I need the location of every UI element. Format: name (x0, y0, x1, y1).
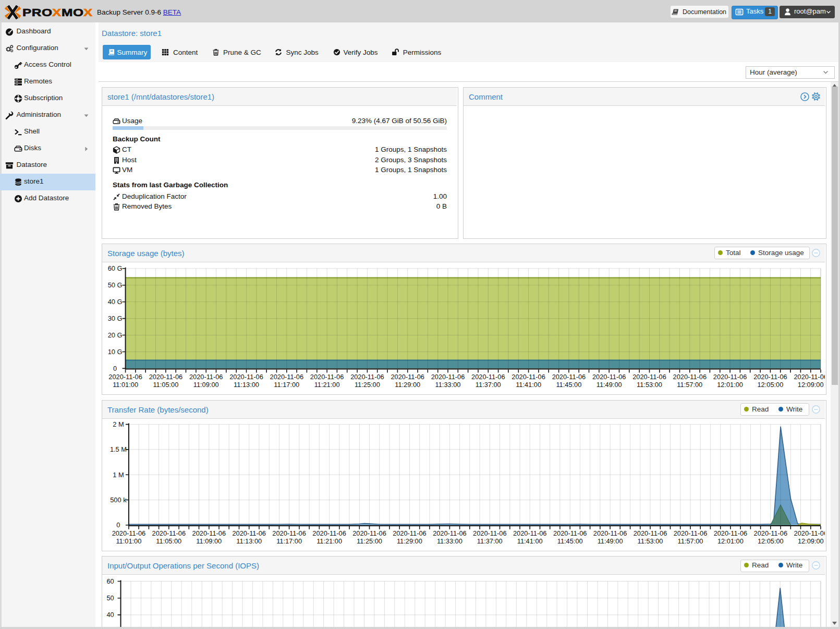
svg-text:12:09:00: 12:09:00 (798, 381, 824, 389)
svg-text:2020-11-06: 2020-11-06 (108, 373, 142, 381)
svg-text:11:37:00: 11:37:00 (477, 537, 503, 545)
svg-text:11:33:00: 11:33:00 (437, 537, 462, 545)
svg-text:40: 40 (106, 611, 114, 619)
svg-text:12:09:00: 12:09:00 (798, 537, 824, 545)
svg-text:500 k: 500 k (110, 496, 127, 504)
svg-text:11:05:00: 11:05:00 (156, 537, 181, 545)
svg-text:2020-11-06: 2020-11-06 (713, 373, 747, 381)
svg-text:11:21:00: 11:21:00 (314, 381, 340, 389)
svg-text:12:01:00: 12:01:00 (717, 381, 743, 389)
svg-text:2020-11-06: 2020-11-06 (272, 529, 306, 537)
svg-text:60 G: 60 G (108, 264, 123, 272)
svg-text:2020-11-06: 2020-11-06 (310, 373, 344, 381)
svg-text:0: 0 (113, 365, 117, 372)
svg-text:2020-11-06: 2020-11-06 (433, 529, 467, 537)
svg-text:11:05:00: 11:05:00 (153, 381, 178, 389)
svg-text:11:49:00: 11:49:00 (596, 381, 622, 389)
svg-text:2020-11-06: 2020-11-06 (794, 373, 825, 381)
svg-text:2020-11-06: 2020-11-06 (754, 529, 788, 537)
svg-text:11:41:00: 11:41:00 (516, 381, 541, 389)
svg-text:11:29:00: 11:29:00 (397, 537, 422, 545)
svg-text:11:45:00: 11:45:00 (556, 381, 581, 389)
svg-text:11:29:00: 11:29:00 (395, 381, 420, 389)
svg-text:2020-11-06: 2020-11-06 (753, 373, 787, 381)
svg-text:1 M: 1 M (113, 471, 124, 479)
svg-text:2020-11-06: 2020-11-06 (189, 373, 223, 381)
svg-text:11:53:00: 11:53:00 (638, 537, 663, 545)
svg-text:2020-11-06: 2020-11-06 (149, 373, 183, 381)
svg-text:2020-11-06: 2020-11-06 (553, 529, 587, 537)
svg-text:2020-11-06: 2020-11-06 (674, 529, 708, 537)
svg-text:11:09:00: 11:09:00 (196, 537, 222, 545)
svg-text:2020-11-06: 2020-11-06 (513, 529, 547, 537)
svg-text:11:25:00: 11:25:00 (357, 537, 382, 545)
svg-text:11:53:00: 11:53:00 (637, 381, 662, 389)
svg-text:11:13:00: 11:13:00 (236, 537, 262, 545)
svg-text:2020-11-06: 2020-11-06 (552, 373, 586, 381)
svg-text:2020-11-06: 2020-11-06 (593, 529, 627, 537)
svg-text:2020-11-06: 2020-11-06 (312, 529, 346, 537)
svg-text:12:01:00: 12:01:00 (717, 537, 744, 545)
svg-text:11:37:00: 11:37:00 (476, 381, 501, 389)
svg-text:2020-11-06: 2020-11-06 (352, 529, 386, 537)
svg-text:0: 0 (116, 521, 120, 529)
svg-text:11:45:00: 11:45:00 (557, 537, 583, 545)
svg-text:2 M: 2 M (113, 420, 124, 428)
svg-text:2020-11-06: 2020-11-06 (431, 373, 465, 381)
svg-text:2020-11-06: 2020-11-06 (112, 529, 146, 537)
svg-text:2020-11-06: 2020-11-06 (152, 529, 186, 537)
svg-text:2020-11-06: 2020-11-06 (512, 373, 545, 381)
svg-text:2020-11-06: 2020-11-06 (634, 529, 667, 537)
svg-text:30 G: 30 G (108, 314, 123, 322)
svg-text:2020-11-06: 2020-11-06 (714, 529, 748, 537)
svg-text:2020-11-06: 2020-11-06 (192, 529, 226, 537)
svg-text:11:25:00: 11:25:00 (355, 381, 380, 389)
svg-text:2020-11-06: 2020-11-06 (471, 373, 505, 381)
svg-text:2020-11-06: 2020-11-06 (232, 529, 266, 537)
svg-text:2020-11-06: 2020-11-06 (229, 373, 263, 381)
svg-text:50: 50 (106, 594, 114, 602)
svg-text:12:05:00: 12:05:00 (757, 381, 783, 389)
svg-text:40 G: 40 G (108, 298, 123, 306)
svg-text:10 G: 10 G (108, 348, 123, 356)
svg-text:20 G: 20 G (108, 331, 123, 339)
svg-text:60: 60 (106, 577, 114, 585)
svg-text:12:05:00: 12:05:00 (758, 537, 784, 545)
svg-text:2020-11-06: 2020-11-06 (592, 373, 626, 381)
svg-text:2020-11-06: 2020-11-06 (393, 529, 427, 537)
svg-text:2020-11-06: 2020-11-06 (473, 529, 507, 537)
svg-text:11:57:00: 11:57:00 (678, 537, 703, 545)
svg-text:11:41:00: 11:41:00 (517, 537, 543, 545)
svg-text:11:17:00: 11:17:00 (274, 381, 299, 389)
svg-text:2020-11-06: 2020-11-06 (632, 373, 666, 381)
svg-text:11:49:00: 11:49:00 (598, 537, 623, 545)
svg-text:11:01:00: 11:01:00 (113, 381, 138, 389)
svg-text:2020-11-06: 2020-11-06 (270, 373, 304, 381)
svg-text:11:17:00: 11:17:00 (276, 537, 302, 545)
svg-text:1.5 M: 1.5 M (110, 445, 127, 453)
svg-text:11:01:00: 11:01:00 (116, 537, 141, 545)
svg-text:2020-11-06: 2020-11-06 (350, 373, 384, 381)
svg-text:2020-11-06: 2020-11-06 (794, 529, 825, 537)
svg-text:11:09:00: 11:09:00 (193, 381, 219, 389)
svg-text:50 G: 50 G (108, 281, 123, 289)
svg-text:11:57:00: 11:57:00 (677, 381, 702, 389)
svg-text:2020-11-06: 2020-11-06 (673, 373, 707, 381)
svg-text:2020-11-06: 2020-11-06 (391, 373, 424, 381)
svg-text:11:21:00: 11:21:00 (316, 537, 342, 545)
svg-text:11:33:00: 11:33:00 (435, 381, 461, 389)
svg-text:11:13:00: 11:13:00 (234, 381, 259, 389)
